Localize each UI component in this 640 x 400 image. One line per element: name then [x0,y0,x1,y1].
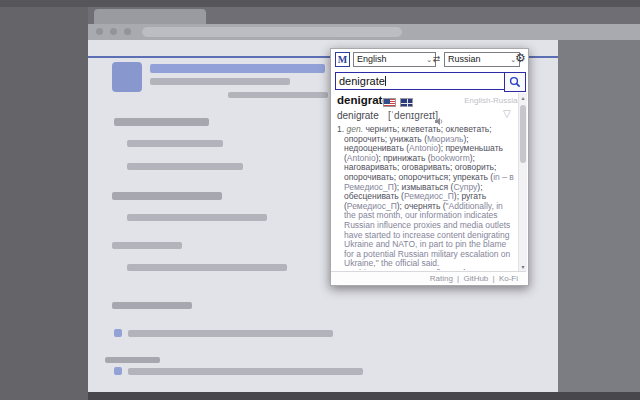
dimmed-heading [112,302,192,309]
rating-link[interactable]: Rating [430,274,453,283]
direction-label: English-Russian [464,96,522,105]
dimmed-page-margin [558,40,640,392]
search-icon [509,76,521,88]
search-button[interactable] [504,72,526,92]
results-scrollbar[interactable]: ▴ ▾ [518,93,527,271]
multitran-popup: M English ⌄ ⇄ Russian ⌄ ⚙ denigrate deni… [330,48,529,286]
footer-separator: | [493,274,495,283]
screen: M English ⌄ ⇄ Russian ⌄ ⚙ denigrate deni… [0,0,640,400]
dimmed-heading [105,357,160,363]
uk-flag-icon [400,98,413,107]
dimmed-text-line [128,330,333,337]
refresh-icon[interactable] [124,28,131,35]
expand-entry-icon[interactable]: ▽ [503,108,511,119]
source-language-select[interactable]: English ⌄ [353,52,436,67]
popup-footer: Rating | GitHub | Ko-Fi [331,271,526,284]
entry-headword: denigrate [337,94,389,106]
translations-text: чернить; клеветать; оклеветать; опорочит… [344,125,514,270]
dimmed-bullet-icon [114,329,122,337]
scroll-down-icon[interactable]: ▾ [519,263,527,270]
scrollbar-thumb[interactable] [520,105,526,163]
source-language-value: English [357,53,387,66]
dimmed-text-line [128,368,363,375]
back-icon[interactable] [96,28,103,35]
forward-icon[interactable] [110,28,117,35]
dimmed-text-line [112,242,182,249]
github-link[interactable]: GitHub [463,274,488,283]
search-input[interactable]: denigrate [335,72,509,90]
dimmed-heading [114,118,209,126]
dimmed-text-line [127,264,287,271]
dimmed-text-line [127,140,223,147]
address-bar[interactable] [142,27,402,37]
gear-icon[interactable]: ⚙ [514,50,527,67]
translations-list: 1. gen. чернить; клеветать; оклеветать; … [337,125,514,270]
entry-word: denigrate [337,110,379,121]
window-frame-bottom [88,392,640,400]
kofi-link[interactable]: Ko-Fi [499,274,518,283]
browser-tab[interactable] [94,9,206,24]
page-title-link [150,64,325,73]
dimmed-heading [112,192,222,200]
dimmed-bullet-icon [114,367,122,375]
footer-separator: | [457,274,459,283]
scroll-up-icon[interactable]: ▴ [519,94,527,101]
multitran-logo-icon: M [335,52,350,67]
search-input-value: denigrate [339,75,385,87]
target-language-select[interactable]: Russian ⌄ [444,52,520,67]
us-flag-icon [383,98,396,107]
dimmed-text-line [127,214,267,221]
dimmed-text-line [127,163,243,170]
page-avatar [112,62,142,92]
entry-transcription: [ˈdenɪgreɪt] [388,110,438,121]
swap-languages-icon[interactable]: ⇄ [431,52,442,67]
dimmed-text-line [228,92,328,98]
page-subtitle-line [150,78,290,85]
text-caret [385,76,386,86]
target-language-value: Russian [448,53,481,66]
window-frame-top [0,0,640,7]
